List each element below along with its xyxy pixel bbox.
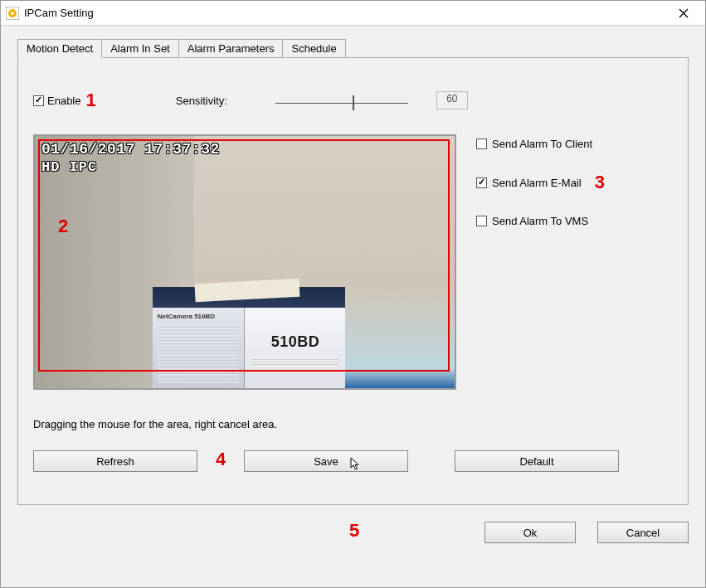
tab-pane-motion: Enable 1 Sensitivity: 60	[17, 57, 689, 505]
refresh-button[interactable]: Refresh	[33, 450, 197, 472]
checkbox-icon	[476, 138, 487, 149]
annotation-4: 4	[216, 449, 226, 470]
send-alarm-client-label: Send Alarm To Client	[492, 138, 592, 150]
slider-track	[275, 103, 408, 104]
tab-schedule[interactable]: Schedule	[282, 39, 345, 57]
cancel-button[interactable]: Cancel	[597, 522, 689, 543]
close-icon	[679, 8, 689, 18]
dialog-buttons: 5 Ok Cancel	[17, 522, 689, 543]
app-window: IPCam Setting Motion Detect Alarm In Set…	[0, 0, 706, 588]
video-preview[interactable]: NetCamera 510BD 510BD 01/16/2017 17:37:3…	[33, 134, 456, 390]
osd-camera-name: HD IPC	[41, 159, 97, 175]
body: Motion Detect Alarm In Set Alarm Paramet…	[1, 26, 705, 587]
default-button[interactable]: Default	[455, 450, 619, 472]
send-alarm-client-checkbox[interactable]: Send Alarm To Client	[476, 138, 605, 150]
send-alarm-email-label: Send Alarm E-Mail	[492, 177, 582, 189]
device-model: 510BD	[251, 333, 338, 351]
checkbox-icon	[476, 216, 487, 226]
tab-alarm-parameters[interactable]: Alarm Parameters	[178, 39, 284, 57]
sensitivity-slider[interactable]	[275, 92, 408, 109]
tab-alarm-in-set[interactable]: Alarm In Set	[101, 39, 179, 57]
device-box: NetCamera 510BD 510BD	[153, 287, 346, 388]
save-button[interactable]: Save	[244, 450, 408, 472]
enable-label: Enable	[47, 95, 80, 107]
annotation-5: 5	[349, 520, 359, 542]
close-button[interactable]	[667, 2, 700, 25]
sensitivity-value: 60	[436, 91, 468, 109]
osd-timestamp: 01/16/2017 17:37:32	[41, 141, 220, 158]
action-row: Refresh 4 Save Default	[33, 450, 673, 472]
titlebar: IPCam Setting	[1, 1, 705, 26]
enable-row: Enable 1 Sensitivity: 60	[33, 90, 673, 111]
ok-button[interactable]: Ok	[484, 522, 576, 543]
enable-checkbox[interactable]: Enable	[33, 95, 80, 107]
svg-point-2	[11, 12, 14, 15]
annotation-1: 1	[85, 90, 95, 111]
device-brand: NetCamera 510BD	[158, 313, 215, 320]
tab-motion-detect[interactable]: Motion Detect	[17, 39, 102, 58]
help-text: Dragging the mouse for the area, right c…	[33, 418, 673, 430]
app-icon	[6, 7, 19, 20]
alarm-options: Send Alarm To Client Send Alarm E-Mail 3…	[476, 134, 605, 227]
annotation-3: 3	[595, 172, 605, 193]
send-alarm-vms-checkbox[interactable]: Send Alarm To VMS	[476, 215, 605, 227]
send-alarm-email-checkbox[interactable]: Send Alarm E-Mail	[476, 177, 582, 189]
mid-row: NetCamera 510BD 510BD 01/16/2017 17:37:3…	[33, 134, 673, 390]
window-title: IPCam Setting	[24, 7, 667, 19]
tabstrip: Motion Detect Alarm In Set Alarm Paramet…	[17, 37, 689, 57]
checkbox-icon	[476, 177, 487, 188]
checkbox-icon	[33, 95, 44, 106]
slider-thumb[interactable]	[353, 95, 354, 110]
send-alarm-vms-label: Send Alarm To VMS	[492, 215, 588, 227]
video-scene: NetCamera 510BD 510BD	[35, 136, 455, 388]
sensitivity-label: Sensitivity:	[176, 95, 227, 107]
